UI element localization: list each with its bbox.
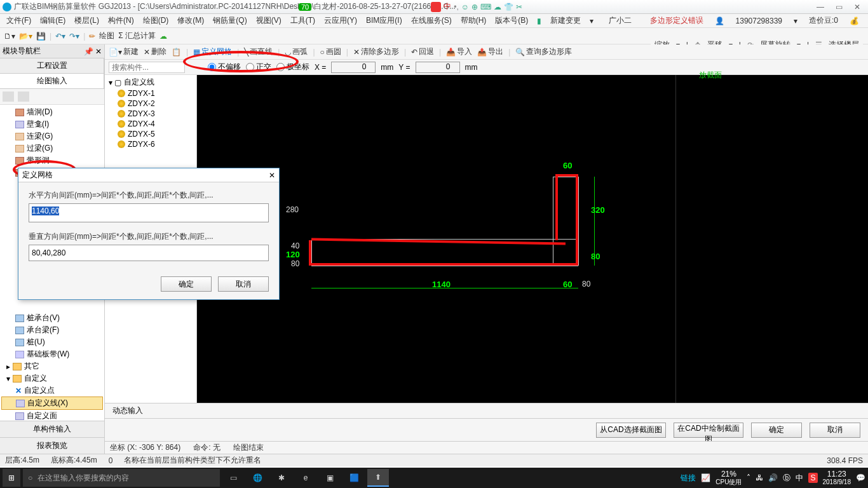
warning-text[interactable]: 多边形定义错误 (648, 14, 706, 27)
collapse-icon[interactable] (18, 92, 29, 102)
list-item[interactable]: ZDYX-4 (128, 119, 155, 128)
import-btn[interactable]: 📥 导入 (446, 46, 472, 57)
tree-node[interactable]: 连梁(G) (27, 131, 53, 142)
draw-arc-btn[interactable]: ◡ 画弧 (285, 46, 308, 57)
sum-button[interactable]: Σ 汇总计算 (118, 30, 156, 41)
query-lib-btn[interactable]: 🔍 查询多边形库 (515, 46, 572, 57)
menu-modify[interactable]: 修改(M) (175, 14, 207, 27)
tree-folder[interactable]: 自定义 (24, 373, 47, 384)
tree-node[interactable]: 自定义面 (27, 410, 57, 421)
list-item[interactable]: ZDYX-3 (128, 109, 155, 118)
draw-line-btn[interactable]: ╲ 画直线 (244, 46, 273, 57)
menu-edit[interactable]: 编辑(E) (37, 14, 68, 27)
task-view-icon[interactable]: ▭ (222, 469, 244, 487)
new-change[interactable]: 新建变更 (548, 14, 583, 27)
close-button[interactable]: ✕ (854, 3, 860, 11)
tb-app1[interactable]: 🌐 (247, 469, 268, 487)
maximize-button[interactable]: ▭ (836, 3, 843, 11)
tb-app-active[interactable]: ⬆ (367, 469, 389, 487)
tree-node[interactable]: 壁龛(I) (27, 119, 49, 130)
menu-floor[interactable]: 楼层(L) (72, 14, 102, 27)
new-file-icon[interactable]: 🗋▾ (4, 32, 15, 41)
undo-btn[interactable]: ↶ 回退 (411, 46, 434, 57)
tray-net-icon[interactable]: 🖧 (756, 473, 763, 482)
tree-node-selected[interactable]: 自定义线(X) (27, 398, 68, 409)
dynamic-input-label[interactable]: 动态输入 (112, 405, 143, 416)
define-grid-btn[interactable]: ▦ 定义网格 (193, 46, 232, 57)
tb-app2[interactable]: ✱ (271, 469, 292, 487)
start-button[interactable]: ⊞ (3, 469, 20, 487)
search-input[interactable] (109, 62, 185, 73)
delete-btn[interactable]: ✕ 删除 (144, 46, 166, 57)
clear-poly-btn[interactable]: ✕ 清除多边形 (353, 46, 399, 57)
minimize-button[interactable]: — (817, 3, 824, 11)
menu-view[interactable]: 视图(V) (254, 14, 284, 27)
tree-folder[interactable]: 其它 (24, 361, 39, 372)
copy-btn[interactable]: 📋 (172, 48, 181, 57)
draw-circle-btn[interactable]: ○ 画圆 (320, 46, 341, 57)
tree-node[interactable]: 承台梁(F) (27, 325, 59, 336)
list-item[interactable]: ZDYX-2 (128, 99, 155, 108)
draw-in-cad-btn[interactable]: 在CAD中绘制截面图 (674, 423, 743, 438)
tree-node[interactable]: 基础板带(W) (27, 349, 69, 360)
dialog-cancel-button[interactable]: 取消 (218, 276, 269, 292)
tray-ime[interactable]: 中 (796, 473, 803, 484)
undo-icon[interactable]: ↶▾ (55, 32, 65, 41)
save-icon[interactable]: 💾 (36, 32, 46, 41)
cloud-check-icon[interactable]: ☁ (159, 32, 167, 41)
tray-vol-icon[interactable]: 🔊 (768, 473, 778, 482)
tab-project[interactable]: 工程设置 (0, 58, 104, 73)
ime-zhong[interactable]: 中 (444, 1, 451, 12)
h-spacing-input[interactable]: 1140,60 (29, 203, 269, 222)
link-indicator[interactable]: 链接 (681, 473, 696, 484)
expand-icon[interactable] (3, 92, 14, 102)
tray-up-icon[interactable]: ˄ (747, 473, 750, 482)
pin-icon[interactable]: 📌 ✕ (84, 47, 102, 56)
menu-ver[interactable]: 版本号(B) (492, 14, 531, 27)
clock-time[interactable]: 11:23 (823, 470, 851, 478)
single-input-btn[interactable]: 单构件输入 (0, 421, 104, 437)
tb-edge[interactable]: e (295, 469, 316, 487)
open-file-icon[interactable]: 📂▾ (19, 32, 32, 41)
tb-app3[interactable]: ▣ (319, 469, 341, 487)
new-btn[interactable]: 📄▾ 新建 (109, 46, 139, 57)
menu-draw[interactable]: 绘图(D) (140, 14, 172, 27)
menu-file[interactable]: 文件(F) (4, 14, 34, 27)
tree-node[interactable]: 墙洞(D) (27, 107, 53, 118)
taskbar-search[interactable]: ○ 在这里输入你要搜索的内容 (23, 469, 220, 487)
tray-sogou[interactable]: S (808, 473, 817, 483)
list-item[interactable]: ZDYX-5 (128, 130, 155, 139)
redo-icon[interactable]: ↷▾ (69, 32, 79, 41)
ortho-radio[interactable] (246, 63, 254, 71)
user-name[interactable]: 广小二 (606, 14, 634, 27)
tab-drawing[interactable]: 绘图输入 (0, 74, 104, 88)
tree-node[interactable]: 自定义点 (24, 385, 55, 396)
phone[interactable]: 13907298339 (733, 15, 785, 27)
menu-bim[interactable]: BIM应用(I) (363, 14, 405, 27)
dialog-ok-button[interactable]: 确定 (161, 276, 212, 292)
tree-node[interactable]: 桩(U) (27, 337, 45, 348)
menu-help[interactable]: 帮助(H) (458, 14, 489, 27)
dialog-close-icon[interactable]: ✕ (269, 171, 275, 180)
select-from-cad-btn[interactable]: 从CAD选择截面图 (596, 423, 666, 438)
list-item[interactable]: ZDYX-6 (128, 140, 155, 149)
tree-node[interactable]: 过梁(G) (27, 143, 53, 154)
v-spacing-input[interactable] (29, 245, 269, 261)
cancel-button[interactable]: 取消 (810, 423, 860, 438)
list-item[interactable]: ZDYX-1 (128, 89, 155, 98)
no-offset-radio[interactable] (208, 63, 216, 71)
polar-radio[interactable] (276, 63, 285, 71)
notification-icon[interactable]: 💬 (856, 473, 865, 482)
export-btn[interactable]: 📤 导出 (477, 46, 503, 57)
tree-node[interactable]: 桩承台(V) (27, 313, 60, 323)
menu-online[interactable]: 在线服务(S) (409, 14, 454, 27)
draw-icon[interactable]: ✏ (89, 32, 95, 41)
menu-cloud[interactable]: 云应用(Y) (322, 14, 360, 27)
y-input[interactable]: 0 (416, 62, 460, 73)
tray-bt-icon[interactable]: ⓑ (783, 473, 790, 484)
report-preview-btn[interactable]: 报表预览 (0, 437, 104, 454)
ok-button[interactable]: 确定 (751, 423, 802, 438)
menu-comp[interactable]: 构件(N) (105, 14, 137, 27)
menu-tool[interactable]: 工具(T) (288, 14, 318, 27)
sogou-icon[interactable] (431, 2, 441, 12)
